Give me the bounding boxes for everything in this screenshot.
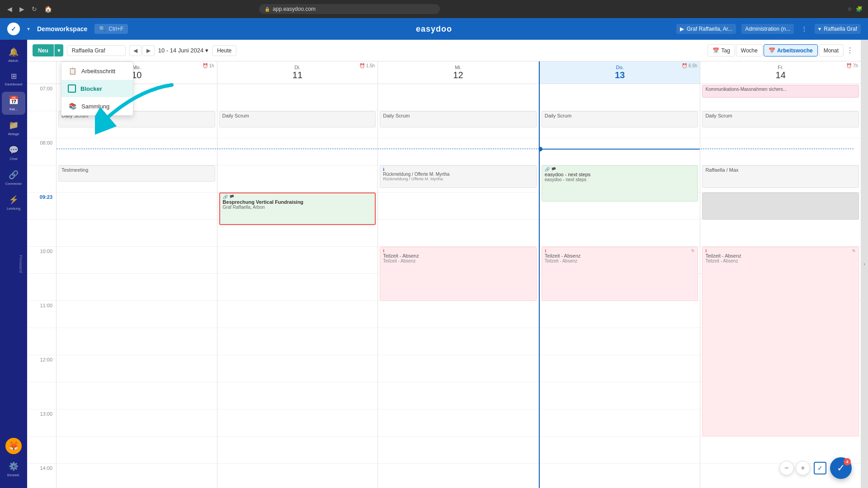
dashboard-icon: ⊞ [11, 72, 17, 80]
teilzeit-sub-fr: Teilzeit - Absenz [705, 258, 856, 263]
connector-icon: 🔗 [9, 170, 19, 180]
event-daily-scrum-fr[interactable]: Daily Scrum [702, 111, 859, 127]
event-kommunikation-fr[interactable]: Kommunikations-Massnahmen sichers... [702, 85, 859, 98]
dropdown-item-sammlung[interactable]: 📚 Sammlung [61, 97, 133, 115]
event-besprechung-di[interactable]: 🔗 🏴 Besprechung Vertical Fundraising Gra… [219, 192, 376, 225]
day-body-tuesday[interactable]: Daily Scrum 🔗 🏴 Besprechung Vertical Fun… [217, 84, 378, 488]
sidebar-label-aktivitaten: Aktivit. [8, 59, 19, 63]
new-button[interactable]: Neu [33, 44, 54, 56]
user-play-info[interactable]: ▶ Graf Raffaella, Ar... [676, 24, 736, 34]
user-avatar[interactable]: 🦊 [5, 438, 22, 454]
event-easydoo-do[interactable]: 🔗 🏴 easydoo - next steps easydoo - next … [542, 165, 698, 202]
view-arbeitswoche-button[interactable]: 📅 Arbeitswoche [764, 44, 818, 56]
zoom-plus-button[interactable]: + [796, 461, 810, 475]
hth13 [540, 409, 700, 436]
dropdown-item-blocker[interactable]: Blocker [61, 80, 133, 97]
dropdown-menu: 📋 Arbeitsschritt Blocker 📚 Sammlung [61, 61, 133, 116]
dropdown-item-arbeitsschritt[interactable]: 📋 Arbeitsschritt [61, 62, 133, 80]
hth10 [540, 328, 700, 355]
work-hours-mo: ⏰ 1h [203, 63, 214, 68]
event-daily-scrum-do[interactable]: Daily Scrum [542, 111, 698, 127]
sidebar-item-ablage[interactable]: 📁 Ablage [2, 117, 25, 140]
event-sub-easydoo: easydoo - next steps [545, 177, 695, 182]
info-icon: ℹ [383, 167, 384, 172]
event-teilzeit-fr[interactable]: ℹ ↻ Teilzeit - Absenz Teilzeit - Absenz [702, 247, 859, 436]
view-arbeitswoche-label: Arbeitswoche [777, 47, 813, 54]
h12 [217, 382, 378, 409]
h14 [217, 436, 378, 464]
view-woche-button[interactable]: Woche [736, 44, 763, 56]
view-buttons: 📅 Tag Woche 📅 Arbeitswoche Monat ⋮ [708, 44, 855, 56]
prev-period-button[interactable]: ◀ [129, 45, 142, 56]
app-title: easydoo [416, 24, 452, 34]
right-panel-toggle[interactable]: › [861, 40, 868, 488]
fab-main-button[interactable]: ✓ 4 [830, 457, 852, 479]
h4 [217, 165, 378, 192]
refresh-icon-fr: ↻ [852, 249, 856, 253]
sidebar-item-connector[interactable]: 🔗 Connector [2, 166, 25, 189]
search-bar[interactable]: 🔍 Ctrl+F [94, 24, 128, 34]
day-body-thursday[interactable]: Daily Scrum 🔗 🏴 easydoo - next steps eas… [540, 84, 700, 488]
view-monat-button[interactable]: Monat [819, 44, 844, 56]
forward-button[interactable]: ▶ [18, 4, 26, 14]
fab-checkbox[interactable]: ✓ [814, 462, 826, 474]
h7 [217, 247, 378, 274]
teilzeit-title-fr: Teilzeit - Absenz [705, 253, 856, 258]
current-time-indicator [540, 149, 700, 150]
event-teilzeit-do[interactable]: ℹ ↻ Teilzeit - Absenz Teilzeit - Absenz [542, 247, 698, 301]
day-body-wednesday[interactable]: Daily Scrum ℹ Rückmeldung / Offerte M. M… [378, 84, 538, 488]
user-full-name[interactable]: ▾ Raffaella Graf [815, 24, 861, 34]
leistung-icon: ⚡ [9, 195, 19, 205]
admin-info[interactable]: Administration (n... [741, 24, 794, 34]
person-filter-input[interactable] [67, 45, 126, 56]
today-button[interactable]: Heute [212, 45, 236, 56]
day-body-friday[interactable]: Kommunikations-Massnahmen sichers... Dai… [700, 84, 861, 488]
view-more-button[interactable]: ⋮ [844, 44, 855, 56]
event-testmeeting-mo[interactable]: Testmeeting [58, 165, 215, 182]
h11 [217, 355, 378, 382]
sidebar-item-kalender[interactable]: 📅 Kal... [2, 92, 25, 115]
sidebar-item-dashboard[interactable]: ⊞ Dashboard [2, 68, 25, 90]
easydoo-link-icon: 🔗 [545, 167, 550, 172]
icons-teilzeit-fr: ℹ ↻ [705, 249, 856, 253]
date-range-dropdown: ▾ [205, 47, 208, 54]
teilzeit-icon-fr: ℹ [705, 249, 707, 253]
time-header [27, 61, 56, 84]
event-daily-scrum-mi[interactable]: Daily Scrum [380, 111, 537, 127]
home-button[interactable]: 🏠 [42, 4, 54, 14]
sidebar-item-chat[interactable]: 💬 Chat [2, 141, 25, 164]
h13 [217, 409, 378, 436]
flag-icon: 🏴 [229, 195, 234, 199]
sidebar-item-einstellungen[interactable]: ⚙️ Einstell. [2, 458, 25, 481]
back-button[interactable]: ◀ [5, 4, 14, 14]
refresh-button[interactable]: ↻ [30, 4, 39, 14]
day-body-monday[interactable]: Daily Scrum Testmeeting [57, 84, 217, 488]
sidebar-item-aktivitaten[interactable]: 🔔 Aktivit. [2, 43, 25, 66]
hour-line-1330 [57, 436, 217, 464]
workspace-dropdown-icon[interactable]: ▾ [27, 26, 30, 32]
event-raffaella-max-fr[interactable]: Raffaella / Max [702, 165, 859, 188]
day-col-monday: Mo. 10 ⏰ 1h [57, 61, 217, 488]
teilzeit-sub-mi: Teilzeit - Absenz [383, 258, 533, 263]
date-range[interactable]: 10 - 14 Juni 2024 ▾ [158, 47, 208, 54]
icons-teilzeit-do: ℹ ↻ [545, 249, 695, 253]
view-tag-button[interactable]: 📅 Tag [708, 44, 735, 56]
event-rueckmeldung-mi[interactable]: ℹ Rückmeldung / Offerte M. Myrtha Rückme… [380, 165, 537, 188]
sidebar-item-leistung[interactable]: ⚡ Leistung [2, 191, 25, 214]
einstellungen-icon: ⚙️ [9, 461, 19, 471]
event-daily-scrum-di[interactable]: Daily Scrum [219, 111, 376, 127]
next-period-button[interactable]: ▶ [142, 45, 155, 56]
hour-line-1200 [57, 355, 217, 382]
more-options-icon[interactable]: ⋮ [799, 23, 809, 34]
browser-right-icons: ☆ 🧩 [847, 6, 863, 12]
day-header-thursday: Do. 13 ⏰ 6.5h [540, 61, 700, 84]
new-dropdown-button[interactable]: ▾ [54, 44, 63, 56]
work-hours-fr: ⏰ 7h [846, 63, 858, 68]
address-bar[interactable]: 🔒 app.easydoo.com [259, 4, 440, 14]
extensions-icon[interactable]: 🧩 [856, 6, 863, 12]
day-name-do: Do. [616, 65, 624, 70]
hth14 [540, 436, 700, 464]
bookmark-icon[interactable]: ☆ [847, 6, 852, 12]
event-teilzeit-mi[interactable]: ℹ Teilzeit - Absenz Teilzeit - Absenz [380, 247, 537, 301]
zoom-minus-button[interactable]: − [779, 461, 794, 475]
